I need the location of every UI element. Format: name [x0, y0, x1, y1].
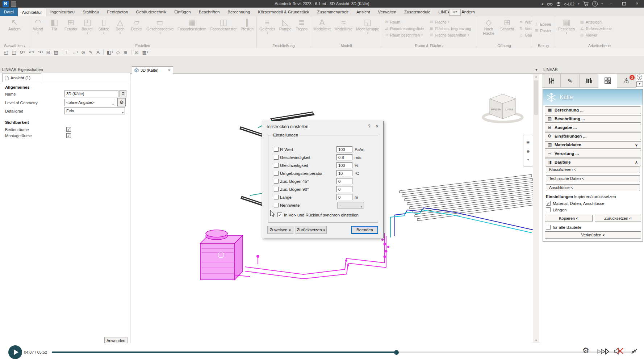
- material-daten-checkbox[interactable]: [546, 201, 551, 206]
- close-button[interactable]: ×: [632, 0, 642, 8]
- ribbon-tab[interactable]: Stahlbau: [79, 8, 103, 16]
- redo-icon[interactable]: ↷▾: [37, 50, 43, 55]
- tool-tab-settings-sliders[interactable]: [542, 74, 561, 88]
- ribbon-button[interactable]: ▦ Fassadensystem: [176, 17, 207, 35]
- viewport-scrollbar[interactable]: ▲ ▼: [533, 74, 539, 343]
- parameter-checkbox[interactable]: [274, 195, 279, 199]
- ribbon-button[interactable]: ◠ Wand▾: [31, 17, 45, 35]
- ribbon-small-button[interactable]: ⊞ Raum beschriften▾: [384, 32, 425, 38]
- ribbon-button[interactable]: ▯ Stütze▾: [96, 17, 111, 35]
- ribbon-small-button[interactable]: ⊿ Raumtrennungslinie: [384, 26, 425, 31]
- ribbon-small-button[interactable]: ≍ Wand: [519, 19, 532, 25]
- restore-button[interactable]: [619, 0, 629, 8]
- name-input[interactable]: 3D (Kälte): [64, 90, 118, 97]
- text-icon[interactable]: A: [96, 50, 100, 55]
- detailgrad-select[interactable]: Fein▾: [64, 107, 125, 114]
- parameter-value-input[interactable]: 0: [336, 194, 352, 200]
- thin-lines-icon[interactable]: ≋: [124, 50, 128, 55]
- qat-icon[interactable]: [103, 50, 104, 55]
- laengen-checkbox[interactable]: [546, 207, 551, 212]
- scroll-down-icon[interactable]: ▼: [533, 338, 539, 343]
- panel-sub-button[interactable]: Klassifizieren <: [546, 166, 640, 173]
- export-pdf-icon[interactable]: ▤: [54, 50, 59, 55]
- panel-button[interactable]: ▦ Berechnung ...: [545, 106, 641, 114]
- help-caret-icon[interactable]: ▾: [601, 3, 603, 5]
- ribbon-small-button[interactable]: ⊥ Ebene: [534, 21, 555, 27]
- user-icon[interactable]: [556, 1, 561, 6]
- zuweisen-button[interactable]: Zuweisen <: [267, 226, 293, 234]
- ribbon-tab[interactable]: Körpermodell & Grundstück: [254, 8, 313, 16]
- play-button[interactable]: [8, 345, 22, 359]
- verknuepfen-button[interactable]: Verknüpfen <: [545, 231, 641, 239]
- ribbon-small-button[interactable]: ⊠ Fläche▾: [429, 19, 472, 25]
- ribbon-button[interactable]: ◺ Rampe: [278, 17, 293, 35]
- ribbon-small-button[interactable]: ⇅ Vertikal: [519, 26, 532, 31]
- ribbon-button[interactable]: ▦ Festlegen▾: [557, 17, 576, 35]
- ribbon-tab[interactable]: Einfügen: [170, 8, 195, 16]
- ribbon-button[interactable]: ◧ Tür: [47, 17, 62, 35]
- open-icon[interactable]: ◱: [4, 50, 8, 55]
- parameter-value-input[interactable]: 0: [336, 178, 352, 184]
- parameter-checkbox[interactable]: [274, 147, 279, 152]
- ribbon-tab[interactable]: Zusatzmodule: [400, 8, 434, 16]
- panel-button[interactable]: ⚙ Einstellungen ...: [545, 132, 641, 140]
- ribbon-button[interactable]: A Modelltext: [312, 17, 332, 35]
- ribbon-small-button[interactable]: ◎ Viewer: [580, 32, 612, 38]
- cart-icon[interactable]: [583, 1, 589, 6]
- measure-icon[interactable]: ↔▾: [72, 50, 78, 55]
- collapse-left-icon[interactable]: ◂: [541, 1, 543, 6]
- panel-button[interactable]: ▥ Materialdaten ∨: [545, 141, 641, 149]
- print-icon[interactable]: ⊟: [46, 50, 51, 55]
- ribbon-button[interactable]: ⊞ Fenster: [63, 17, 79, 35]
- ribbon-button[interactable]: ◇ Nach Fläche: [479, 17, 498, 39]
- default-3d-view-icon[interactable]: ◧▾: [107, 50, 113, 55]
- sync-icon[interactable]: ⟳▾: [20, 50, 25, 55]
- view-image-button[interactable]: ⊡: [120, 90, 126, 97]
- ribbon-button[interactable]: ≈ Modelllinie: [333, 17, 354, 35]
- ribbon-button[interactable]: ▱ Decke: [129, 17, 143, 35]
- ribbon-small-button[interactable]: ▦ Anzeigen: [580, 19, 612, 25]
- parameter-value-input[interactable]: 0.8: [336, 154, 352, 160]
- tool-tab-library[interactable]: [580, 74, 598, 88]
- sync-checkbox[interactable]: [277, 212, 282, 217]
- bedienraeume-checkbox[interactable]: [66, 127, 71, 132]
- section-icon[interactable]: ◇: [116, 50, 120, 55]
- tool-tab-calculation[interactable]: [598, 74, 617, 88]
- gear-icon[interactable]: ⚙: [117, 98, 126, 106]
- minimize-button[interactable]: –: [606, 0, 616, 8]
- parameter-checkbox[interactable]: [274, 171, 279, 176]
- nennweite-select[interactable]: -▾: [337, 202, 364, 209]
- ribbon-group-label[interactable]: Raum & Fläche ▾: [382, 43, 477, 48]
- help-icon[interactable]: ?: [592, 1, 598, 7]
- scroll-up-icon[interactable]: ▲: [533, 74, 539, 79]
- panel-sub-button[interactable]: Technische Daten <: [546, 175, 640, 182]
- close-hidden-windows-icon[interactable]: ⊡: [135, 50, 139, 55]
- ribbon-button[interactable]: ≡ Geländer▾: [258, 17, 276, 35]
- zuruecksetzen-panel-button[interactable]: Zurücksetzen <: [595, 215, 641, 222]
- ribbon-button[interactable]: ⊞ Schacht: [499, 17, 515, 35]
- ribbon-small-button[interactable]: ⌂ Gaube: [519, 32, 532, 38]
- parameter-value-input[interactable]: 100: [336, 162, 352, 168]
- ribbon-small-button[interactable]: ∠ Referenzebene: [580, 26, 612, 31]
- signed-in-user[interactable]: e-L02: [564, 2, 574, 6]
- ribbon-button[interactable]: ◱ Modellgruppe▾: [355, 17, 380, 35]
- tool-tab-warnings[interactable]: ⚠ 2: [617, 74, 636, 88]
- ribbon-button[interactable]: ≣ Treppe: [294, 17, 309, 35]
- ribbon-button[interactable]: ∥ Pfosten: [239, 17, 255, 35]
- kopieren-button[interactable]: Kopieren <: [545, 215, 593, 222]
- panel-button[interactable]: ▤ Beschriftung ...: [545, 115, 641, 123]
- panel-button[interactable]: ⊟ Ausgabe ...: [545, 124, 641, 131]
- chevron-down-icon[interactable]: ▼: [534, 67, 539, 72]
- ribbon-tab[interactable]: Beschriften: [195, 8, 224, 16]
- search-binoculars-icon[interactable]: [547, 2, 553, 6]
- dimension-icon[interactable]: ⊘: [81, 50, 85, 55]
- shrink-player-icon[interactable]: [630, 348, 638, 355]
- ribbon-tab[interactable]: Ansicht: [352, 8, 374, 16]
- ribbon-tab[interactable]: Fertigbeton: [103, 8, 132, 16]
- ribbon-small-button[interactable]: ⊠ Raum: [384, 19, 425, 25]
- ribbon-small-button[interactable]: ⊞ Fläche beschriften▾: [429, 32, 472, 38]
- ribbon-button[interactable]: ◫ Fassadenraster: [209, 17, 238, 35]
- ribbon-tab[interactable]: Ingenieurbau: [46, 8, 79, 16]
- beenden-button[interactable]: Beenden: [351, 226, 378, 234]
- parameter-checkbox[interactable]: [274, 163, 279, 168]
